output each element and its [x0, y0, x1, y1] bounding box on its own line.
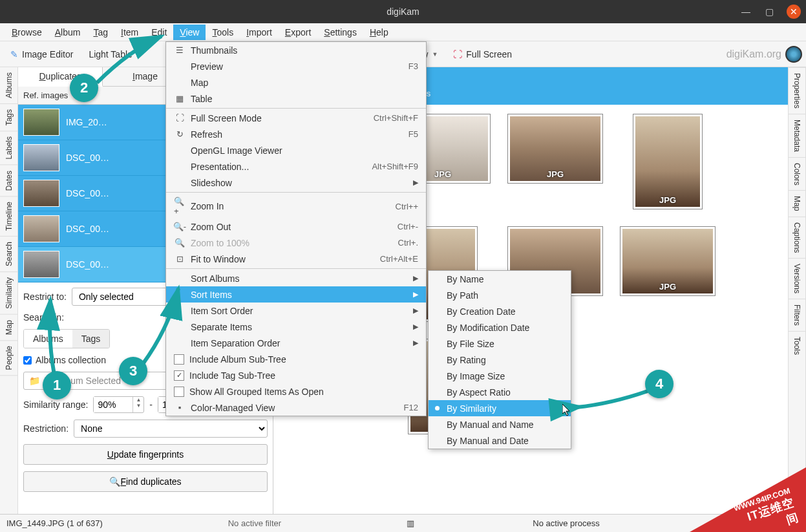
- sort-item-text: By Modification Date: [447, 323, 529, 333]
- right-vtab-map[interactable]: Map: [789, 190, 805, 216]
- right-vtab-metadata[interactable]: Metadata: [789, 114, 805, 157]
- left-vtab-dates[interactable]: Dates: [0, 165, 17, 197]
- menu-tools[interactable]: Tools: [206, 25, 240, 40]
- branding-text: digiKam.org: [726, 48, 781, 60]
- menu-item-slideshow[interactable]: Slideshow▶: [166, 175, 426, 191]
- sort-item-by-similarity[interactable]: By Similarity: [429, 400, 571, 416]
- maximize-button[interactable]: ▢: [763, 6, 775, 17]
- menu-item-presentation-[interactable]: Presentation...Alt+Shift+F9: [166, 158, 426, 175]
- thumbnail-item[interactable]: JPG: [507, 114, 603, 209]
- menu-item-sort-items[interactable]: Sort Items▶: [166, 286, 426, 303]
- menu-separator: [166, 192, 426, 193]
- sort-item-by-manual-and-date[interactable]: By Manual and Date: [429, 432, 571, 449]
- menu-icon: ⊡: [174, 254, 186, 264]
- menu-item-separate-items[interactable]: Separate Items▶: [166, 319, 426, 335]
- menu-import[interactable]: Import: [240, 25, 279, 40]
- sort-item-by-image-size[interactable]: By Image Size: [429, 368, 571, 384]
- similarity-min-spinner[interactable]: ▲▼: [93, 396, 144, 413]
- menu-item-preview[interactable]: PreviewF3: [166, 58, 426, 74]
- menu-item-refresh[interactable]: ↻RefreshF5: [166, 126, 426, 142]
- right-vtab-tools[interactable]: Tools: [789, 331, 805, 360]
- sort-item-by-creation-date[interactable]: By Creation Date: [429, 303, 571, 319]
- menu-item-color-managed-view[interactable]: ▪Color-Managed ViewF12: [166, 399, 426, 416]
- left-vtab-labels[interactable]: Labels: [0, 131, 17, 165]
- row-thumbnail: [23, 180, 59, 207]
- left-vtab-similarity[interactable]: Similarity: [0, 272, 17, 315]
- right-vtab-colors[interactable]: Colors: [789, 157, 805, 191]
- menu-item-text: Slideshow: [191, 178, 413, 188]
- menu-item-thumbnails[interactable]: ☰Thumbnails: [166, 42, 426, 58]
- annotation-1: 1: [43, 371, 71, 399]
- menu-item-opengl-image-viewer[interactable]: OpenGL Image Viewer: [166, 142, 426, 158]
- restriction-row: Restriction: None: [23, 420, 268, 438]
- left-vtab-timeline[interactable]: Timeline: [0, 197, 17, 237]
- right-vtab-properties[interactable]: Properties: [789, 67, 805, 114]
- spin-down-icon[interactable]: ▼: [133, 403, 143, 409]
- menu-icon: 🔍: [174, 238, 186, 248]
- right-vtab-filters[interactable]: Filters: [789, 299, 805, 331]
- thumbnail-item[interactable]: JPG: [620, 226, 716, 322]
- similarity-min-input[interactable]: [94, 397, 133, 412]
- menu-item-text: Full Screen Mode: [191, 113, 374, 123]
- annotation-3: 3: [119, 357, 147, 385]
- menu-item-text: Show All Grouped Items As Open: [189, 387, 418, 397]
- menu-separator: [166, 108, 426, 109]
- sort-item-by-manual-and-name[interactable]: By Manual and Name: [429, 416, 571, 432]
- find-duplicates-button[interactable]: 🔍Find duplicates: [23, 471, 268, 492]
- sort-item-by-file-size[interactable]: By File Size: [429, 335, 571, 352]
- left-vtab-search[interactable]: Search: [0, 237, 17, 272]
- menu-help[interactable]: Help: [363, 25, 395, 40]
- left-vtab-map[interactable]: Map: [0, 315, 17, 341]
- sort-item-by-modification-date[interactable]: By Modification Date: [429, 319, 571, 335]
- thumbnail-item[interactable]: JPG: [620, 114, 716, 209]
- menu-item-sort-albums[interactable]: Sort Albums▶: [166, 270, 426, 286]
- menu-item-zoom-in[interactable]: 🔍+Zoom InCtrl++: [166, 194, 426, 218]
- menu-item-text: Item Sort Order: [191, 306, 413, 316]
- menu-album[interactable]: Album: [48, 25, 87, 40]
- menu-item-map[interactable]: Map: [166, 74, 426, 90]
- menu-item-fit-to-window[interactable]: ⊡Fit to WindowCtrl+Alt+E: [166, 251, 426, 267]
- sort-item-by-path[interactable]: By Path: [429, 287, 571, 303]
- right-vtab-versions[interactable]: Versions: [789, 258, 805, 299]
- annotation-arrow-3: [140, 283, 191, 369]
- menu-icon: 🔍-: [174, 222, 186, 231]
- menu-item-table[interactable]: ▦Table: [166, 90, 426, 107]
- menu-browse[interactable]: Browse: [5, 25, 48, 40]
- all-albums-checkbox[interactable]: [23, 356, 32, 365]
- menu-accelerator: F3: [408, 61, 418, 71]
- menu-item-include-tag-sub-tree[interactable]: ✓Include Tag Sub-Tree: [166, 367, 426, 383]
- branding: digiKam.org: [726, 46, 802, 63]
- status-filter-icon[interactable]: ▥: [407, 518, 414, 528]
- sort-item-by-rating[interactable]: By Rating: [429, 352, 571, 368]
- minimize-button[interactable]: —: [740, 6, 752, 17]
- menu-item-zoom-out[interactable]: 🔍-Zoom OutCtrl+-: [166, 218, 426, 235]
- image-editor-button[interactable]: ✎Image Editor: [4, 45, 80, 63]
- menu-settings[interactable]: Settings: [317, 25, 363, 40]
- menu-item-full-screen-mode[interactable]: ⛶Full Screen ModeCtrl+Shift+F: [166, 110, 426, 126]
- similarity-label: Similarity range:: [23, 399, 88, 410]
- left-vtab-albums[interactable]: Albums: [0, 67, 17, 104]
- close-button[interactable]: ✕: [787, 5, 801, 19]
- sort-item-by-aspect-ratio[interactable]: By Aspect Ratio: [429, 384, 571, 400]
- subtab-tags[interactable]: Tags: [72, 330, 110, 348]
- left-vtab-tags[interactable]: Tags: [0, 104, 17, 131]
- left-vtab-people[interactable]: People: [0, 341, 17, 376]
- restriction-select[interactable]: None: [74, 420, 268, 438]
- fullscreen-button[interactable]: ⛶Full Screen: [447, 45, 518, 63]
- menu-view[interactable]: View: [173, 25, 206, 40]
- right-vtab-captions[interactable]: Captions: [789, 217, 805, 258]
- menu-item-text: Map: [191, 78, 418, 88]
- menu-item-item-separation-order[interactable]: Item Separation Order▶: [166, 335, 426, 351]
- sort-item-by-name[interactable]: By Name: [429, 271, 571, 287]
- menu-icon: ☰: [174, 45, 186, 55]
- thumbnail-image: [635, 116, 700, 207]
- menu-item-show-all-grouped-items-as-open[interactable]: Show All Grouped Items As Open: [166, 383, 426, 399]
- update-fingerprints-button[interactable]: Update fingerprints: [23, 444, 268, 465]
- menu-export[interactable]: Export: [279, 25, 317, 40]
- menu-item-item-sort-order[interactable]: Item Sort Order▶: [166, 303, 426, 319]
- menu-item-include-album-sub-tree[interactable]: Include Album Sub-Tree: [166, 351, 426, 367]
- checkbox-icon: ✓: [174, 370, 184, 381]
- spin-up-icon[interactable]: ▲: [133, 397, 143, 403]
- sort-item-text: By Name: [447, 274, 484, 284]
- menu-accelerator: Ctrl+Shift+F: [374, 113, 418, 123]
